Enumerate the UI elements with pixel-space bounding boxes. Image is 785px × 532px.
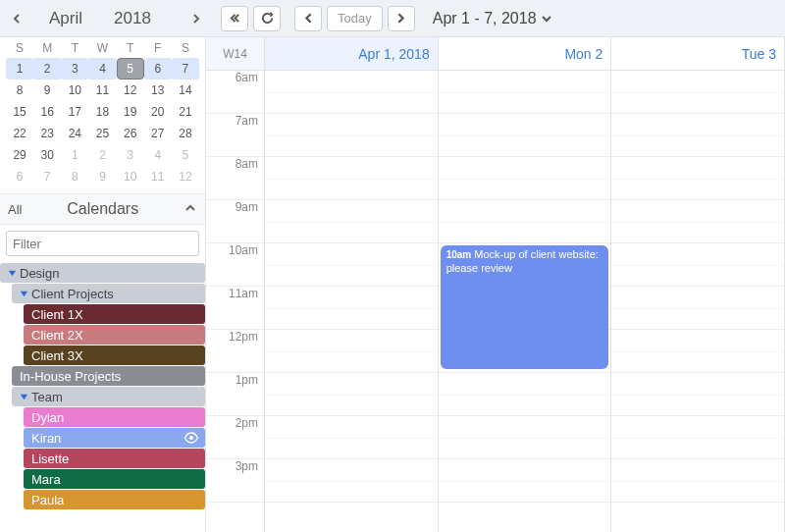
mini-calendar-day[interactable]: 19 (117, 101, 144, 123)
mini-calendar-day[interactable]: 11 (144, 166, 172, 187)
mini-calendar-day[interactable]: 24 (61, 123, 88, 144)
mini-calendar-day[interactable]: 5 (172, 144, 199, 166)
svg-point-3 (189, 436, 193, 440)
mini-calendar-day[interactable]: 6 (6, 166, 33, 187)
day-column[interactable]: 10amMock-up of client website: please re… (439, 71, 612, 532)
time-column: 6am7am8am9am10am11am12pm1pm2pm3pm (206, 71, 265, 532)
day-column[interactable] (611, 71, 785, 532)
mini-calendar-day[interactable]: 14 (172, 80, 199, 101)
mini-calendar-day[interactable]: 30 (33, 144, 61, 166)
collapse-calendars-button[interactable] (183, 201, 197, 218)
mini-calendar-day[interactable]: 3 (61, 58, 88, 80)
mini-calendar-day[interactable]: 11 (88, 80, 116, 101)
day-header[interactable]: Apr 1, 2018 (265, 37, 439, 70)
mini-calendar-day[interactable]: 3 (117, 144, 144, 166)
caret-down-icon (20, 290, 28, 298)
filter-input[interactable] (6, 231, 199, 256)
calendar-label: Paula (31, 493, 199, 507)
visibility-eye-icon[interactable] (183, 432, 199, 444)
calendar-label: Lisette (31, 452, 199, 466)
time-slot-label: 12pm (206, 330, 264, 373)
prev-month-button[interactable] (6, 8, 27, 29)
mini-calendar-day[interactable]: 7 (172, 58, 199, 80)
time-slot-label: 2pm (206, 416, 264, 459)
calendar-label: Mara (31, 472, 199, 487)
calendar-label: Dylan (31, 410, 199, 425)
weekday-label: F (144, 41, 172, 55)
week-number: W14 (206, 37, 265, 70)
mini-calendar-day[interactable]: 8 (6, 80, 33, 101)
calendars-header: All Calendars (0, 193, 205, 225)
mini-calendar-day[interactable]: 28 (172, 123, 199, 144)
mini-calendar-day[interactable]: 17 (61, 101, 88, 123)
weekday-label: T (117, 41, 144, 55)
calendar-item[interactable]: Paula (24, 490, 205, 509)
time-slot-label: 7am (206, 114, 264, 157)
calendar-item[interactable]: Client 3X (24, 346, 205, 365)
mini-calendar-day[interactable]: 16 (33, 101, 61, 123)
mini-calendar-day[interactable]: 22 (6, 123, 33, 144)
day-header[interactable]: Tue 3 (611, 37, 785, 70)
year-label: 2018 (114, 9, 151, 28)
mini-calendar-day[interactable]: 12 (117, 80, 144, 101)
mini-calendar-day[interactable]: 29 (6, 144, 33, 166)
mini-calendar-day[interactable]: 9 (33, 80, 61, 101)
show-all-calendars[interactable]: All (8, 202, 22, 217)
chevron-down-icon (541, 13, 552, 25)
calendar-item[interactable]: Client 2X (24, 325, 205, 345)
chevron-up-icon (183, 201, 197, 215)
mini-calendar-day[interactable]: 2 (88, 144, 116, 166)
calendar-item[interactable]: Client 1X (24, 304, 205, 324)
calendar-item[interactable]: Mara (24, 469, 205, 489)
mini-calendar-day[interactable]: 6 (144, 58, 172, 80)
next-range-button[interactable] (388, 6, 415, 31)
day-header[interactable]: Mon 2 (439, 37, 612, 70)
mini-calendar-day[interactable]: 10 (117, 166, 144, 187)
calendar-item[interactable]: Kiran (24, 428, 205, 448)
mini-calendar-day[interactable]: 23 (33, 123, 61, 144)
refresh-button[interactable] (253, 6, 281, 31)
calendar-group[interactable]: Team (12, 387, 205, 406)
date-range-picker[interactable]: Apr 1 - 7, 2018 (433, 10, 552, 27)
mini-calendar-day[interactable]: 8 (61, 166, 88, 187)
mini-calendar-day[interactable]: 20 (144, 101, 172, 123)
calendar-label: Design (20, 266, 199, 281)
mini-calendar-day[interactable]: 15 (6, 101, 33, 123)
mini-calendar-day[interactable]: 27 (144, 123, 172, 144)
mini-calendar-day[interactable]: 2 (33, 58, 61, 80)
calendar-item[interactable]: Lisette (24, 449, 205, 468)
mini-calendar-day[interactable]: 4 (88, 58, 116, 80)
month-nav: April 2018 (6, 8, 207, 29)
mini-calendar-day[interactable]: 21 (172, 101, 199, 123)
mini-calendar-day[interactable]: 13 (144, 80, 172, 101)
prev-range-button[interactable] (294, 6, 322, 31)
calendar-event[interactable]: 10amMock-up of client website: please re… (441, 245, 609, 369)
mini-calendar-day[interactable]: 25 (88, 123, 116, 144)
grid-body[interactable]: 6am7am8am9am10am11am12pm1pm2pm3pm 10amMo… (206, 71, 785, 532)
top-toolbar: April 2018 Today Apr 1 - 7, 2018 (0, 0, 785, 37)
mini-calendar-day[interactable]: 5 (117, 58, 144, 80)
calendar-item[interactable]: Dylan (24, 407, 205, 427)
today-label: Today (338, 11, 372, 26)
mini-calendar-day[interactable]: 18 (88, 101, 116, 123)
calendar-label: Kiran (31, 431, 183, 446)
mini-calendar-day[interactable]: 7 (33, 166, 61, 187)
mini-calendar-day[interactable]: 12 (172, 166, 199, 187)
collapse-button[interactable] (221, 6, 248, 31)
day-column[interactable] (265, 71, 439, 532)
today-button[interactable]: Today (327, 6, 383, 31)
calendar-group[interactable]: Client Projects (12, 284, 205, 303)
mini-calendar-day[interactable]: 10 (61, 80, 88, 101)
mini-calendar-day[interactable]: 26 (117, 123, 144, 144)
mini-calendar-day[interactable]: 9 (88, 166, 116, 187)
calendar-group[interactable]: In-House Projects (12, 366, 205, 386)
sidebar: SMTWTFS 12345678910111213141516171819202… (0, 37, 206, 532)
weekday-label: W (88, 41, 116, 55)
chevron-left-icon (302, 12, 315, 25)
time-slot-label: 9am (206, 200, 264, 243)
next-month-button[interactable] (185, 8, 207, 29)
mini-calendar-day[interactable]: 1 (6, 58, 33, 80)
mini-calendar-day[interactable]: 4 (144, 144, 172, 166)
calendar-group[interactable]: Design (0, 263, 205, 283)
mini-calendar-day[interactable]: 1 (61, 144, 88, 166)
